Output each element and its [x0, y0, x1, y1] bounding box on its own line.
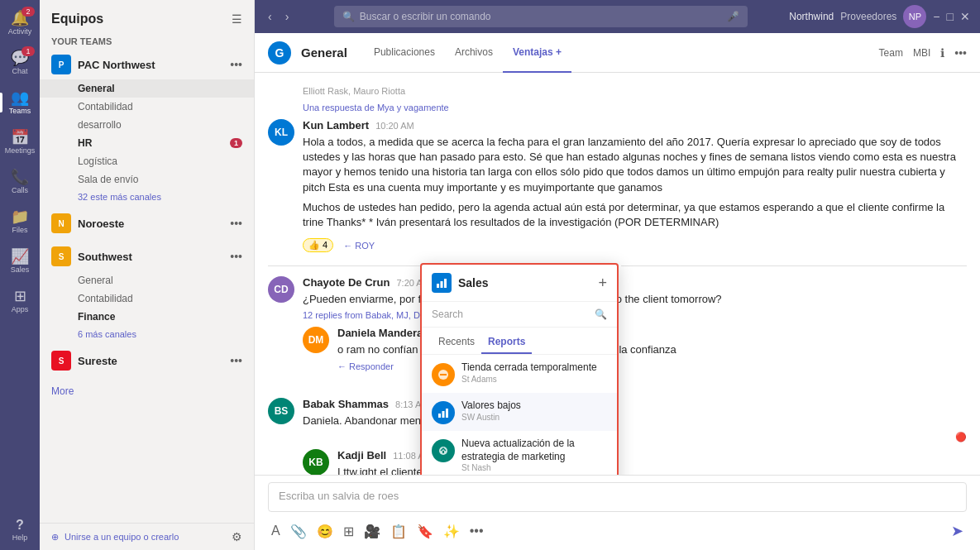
svg-rect-9 [442, 451, 444, 453]
svg-rect-6 [442, 411, 445, 418]
apps-nav-item[interactable]: ⊞ Apps [0, 281, 40, 321]
team-item-pac-northwest[interactable]: P PAC Northwest ••• [40, 50, 254, 79]
bookmark-button[interactable]: 🔖 [414, 520, 437, 543]
tienda-sub: St Adams [461, 375, 607, 384]
pac-more-channels[interactable]: 32 este más canales [40, 189, 254, 205]
team-item-noroeste[interactable]: N Noroeste ••• [40, 208, 254, 238]
roy-reply[interactable]: ← ROY [343, 241, 375, 251]
sureste-name: Sureste [78, 355, 230, 367]
team-item-southwest[interactable]: S Southwest ••• [40, 242, 254, 271]
tab-ventajas[interactable]: Ventajas + [503, 33, 571, 73]
sales-search-icon: 🔍 [595, 308, 607, 320]
valores-name: Valores bajos [461, 399, 607, 413]
channel-finance-sw[interactable]: Finance [40, 308, 254, 326]
southwest-more-icon[interactable]: ••• [230, 250, 242, 263]
popup-add-button[interactable]: + [598, 275, 607, 292]
channel-desarrollo-pac[interactable]: desarrollo [40, 116, 254, 134]
sw-more-channels[interactable]: 6 más canales [40, 326, 254, 342]
channel-hr-label: HR [78, 137, 92, 149]
attach-button[interactable]: 📎 [287, 520, 310, 543]
activity-nav-item[interactable]: 🔔 Activity 2 [0, 3, 40, 43]
replies-summary[interactable]: 12 replies from Babak, MJ, Davi... [303, 310, 967, 320]
search-input[interactable] [360, 11, 722, 22]
nueva-act-icon [432, 439, 455, 462]
settings-icon[interactable]: ⚙ [232, 530, 242, 543]
channel-logistica-pac[interactable]: Logística [40, 152, 254, 170]
emoji-button[interactable]: 😊 [313, 520, 337, 543]
chayote-text: ¿Pueden enviarme, por favor? the options… [303, 292, 967, 307]
thumbsup-reaction[interactable]: 👍 4 [303, 238, 333, 252]
help-icon: ? [16, 519, 24, 532]
popup-tab-reports[interactable]: Reports [481, 331, 532, 354]
tienda-name: Tienda cerrada temporalmente [461, 361, 607, 375]
channel-sala-pac[interactable]: Sala de envío [40, 170, 254, 189]
more-options-icon[interactable]: ••• [954, 46, 967, 60]
calls-nav-item[interactable]: 📞 Calls [0, 162, 40, 202]
noroeste-more-icon[interactable]: ••• [230, 217, 242, 230]
filter-icon[interactable]: ☰ [232, 12, 242, 26]
teams-nav-item[interactable]: 👥 Teams [0, 83, 40, 122]
help-nav-item[interactable]: ? Help [0, 510, 40, 550]
teams-header: Equipos ☰ [40, 0, 254, 33]
user-avatar[interactable]: NP [903, 5, 926, 28]
teams-nav-label: Teams [9, 107, 31, 115]
close-button[interactable]: ✕ [960, 10, 970, 23]
sales-nav-item[interactable]: 📈 Sales [0, 242, 40, 281]
sureste-more-icon[interactable]: ••• [230, 354, 242, 367]
red-dot-icon: 🔴 [955, 432, 967, 442]
pac-northwest-more-icon[interactable]: ••• [230, 58, 242, 71]
minimize-button[interactable]: − [933, 10, 939, 23]
video-button[interactable]: 🎥 [361, 520, 384, 543]
southwest-name: Southwest [78, 251, 230, 263]
channel-general-pac[interactable]: General [40, 79, 254, 98]
format-text-button[interactable]: A [268, 520, 284, 542]
channel-contabilidad-sw[interactable]: Contabilidad [40, 289, 254, 308]
chayote-author: Chayote De Crun [303, 276, 390, 289]
more-compose-button[interactable]: ••• [466, 520, 487, 542]
compose-input[interactable]: Escriba un salvia de roes [268, 482, 967, 512]
activity-badge: 2 [22, 7, 35, 17]
valores-sub: SW Austin [461, 413, 607, 422]
reply-indicator[interactable]: Una respuesta de Mya y vagamente [268, 103, 967, 112]
maximize-button[interactable]: □ [947, 10, 954, 23]
chayote-header: Chayote De Crun 7:20 AM [303, 276, 967, 289]
popup-item-nueva-act[interactable]: Nueva actualización de la estrategia de … [422, 431, 617, 475]
channel-hr-pac[interactable]: HR 1 [40, 134, 254, 152]
channel-general-sw[interactable]: General [40, 271, 254, 289]
channel-contabilidad-pac[interactable]: Contabilidad [40, 98, 254, 116]
tab-archivos[interactable]: Archivos [445, 33, 503, 73]
team-item-sureste[interactable]: S Sureste ••• [40, 346, 254, 375]
tab-publicaciones[interactable]: Publicaciones [364, 33, 445, 73]
svg-rect-1 [441, 281, 443, 288]
meetings-nav-item[interactable]: 📅 Meetings [0, 122, 40, 162]
user-name: Northwind [789, 11, 834, 22]
send-button[interactable]: ➤ [948, 519, 967, 543]
chat-nav-item[interactable]: 💬 Chat 1 [0, 43, 40, 83]
prev-senders: Elliott Rask, Mauro Riotta [268, 86, 967, 96]
forward-button[interactable]: › [282, 7, 293, 26]
info-icon[interactable]: ℹ [940, 46, 944, 60]
schedule-button[interactable]: 📋 [387, 520, 410, 543]
svg-rect-0 [437, 284, 439, 288]
babak-avatar: BS [268, 398, 294, 424]
channel-area: G General Publicaciones Archivos Ventaja… [255, 33, 980, 550]
more-section[interactable]: More [40, 379, 254, 404]
nueva-act-sub: St Nash [461, 463, 607, 472]
message-subgroup-kadji: KB Kadji Bell 11:08 AM I ttw.jght el cli… [303, 449, 967, 475]
popup-item-valores[interactable]: Valores bajos SW Austin [422, 393, 617, 431]
popup-tabs: Recents Reports [422, 328, 617, 355]
sales-search-input[interactable] [432, 308, 590, 320]
svg-rect-2 [444, 279, 447, 288]
sparkle-button[interactable]: ✨ [440, 520, 463, 543]
team-group-sureste: S Sureste ••• [40, 346, 254, 375]
popup-item-tienda[interactable]: Tienda cerrada temporalmente St Adams [422, 355, 617, 393]
apps-button[interactable]: ⊞ [340, 520, 357, 543]
join-team-link[interactable]: ⊕ Unirse a un equipo o crearlo [51, 532, 225, 543]
compose-bar: Escriba un salvia de roes A 📎 😊 ⊞ 🎥 📋 🔖 … [255, 475, 980, 550]
activity-label: Activity [8, 27, 32, 36]
files-nav-item[interactable]: 📁 Files [0, 202, 40, 242]
search-box[interactable]: 🔍 🎤 [334, 6, 748, 27]
popup-tab-recents[interactable]: Recents [432, 331, 481, 354]
calls-icon: 📞 [11, 170, 29, 184]
back-button[interactable]: ‹ [265, 7, 275, 26]
